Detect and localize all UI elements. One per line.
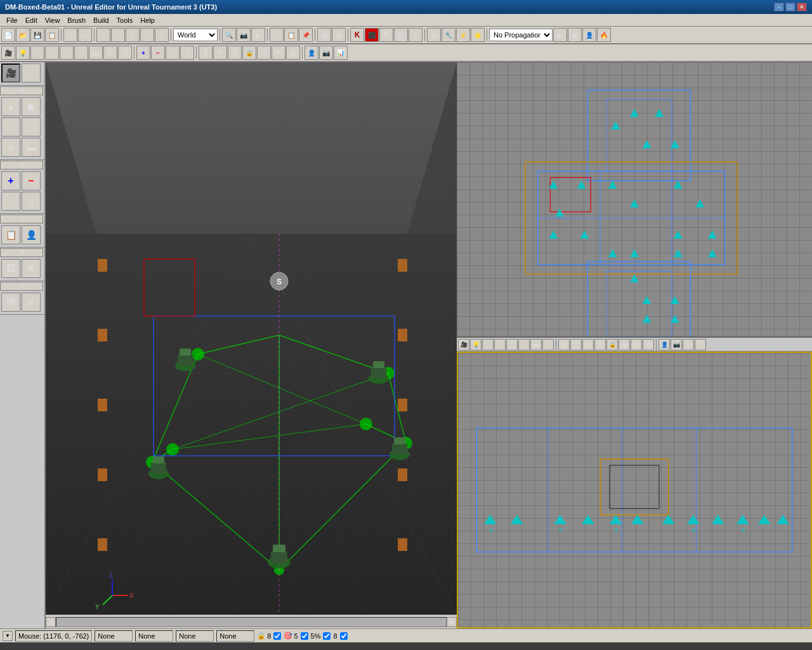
sidebar-arrow-4[interactable]: ▼ — [0, 248, 43, 257]
status-checkbox-4[interactable] — [340, 632, 348, 640]
stat-btn[interactable]: 📊 — [334, 46, 348, 60]
vp-expand-btn[interactable]: ⛶ — [695, 339, 706, 350]
cyl-btn[interactable]: ⬡ — [60, 46, 74, 60]
maximize-button[interactable]: □ — [785, 3, 796, 11]
cone-button[interactable]: ▲ — [1, 97, 20, 116]
vp-S-btn[interactable]: S — [594, 339, 606, 350]
vp-cyl-btn[interactable]: ⬡ — [506, 339, 518, 350]
vp-sphere-btn[interactable]: ○ — [482, 339, 494, 350]
light-btn[interactable]: 💡 — [16, 46, 30, 60]
tool-dload[interactable]: ⬇ — [409, 28, 422, 42]
cylinder-button[interactable]: ⬡ — [1, 117, 20, 136]
stair-btn[interactable]: ≡ — [103, 46, 117, 60]
propagation-dropdown[interactable]: No Propagation — [489, 29, 553, 41]
scroll-right-btn[interactable]: ▶ — [447, 617, 457, 627]
menu-build[interactable]: Build — [89, 15, 112, 25]
status-checkbox-1[interactable] — [273, 632, 281, 640]
sidebar-arrow-3[interactable]: ▼ — [0, 215, 43, 223]
monitor-btn[interactable]: 🖥 — [257, 46, 271, 60]
csg-add[interactable]: + — [136, 46, 150, 60]
vp-F-btn[interactable]: F — [582, 339, 594, 350]
checkbox-1[interactable] — [273, 632, 281, 640]
minimize-button[interactable]: − — [774, 3, 784, 11]
sheet-button[interactable]: ▬ — [22, 138, 41, 157]
actor-button[interactable]: 👤 — [22, 225, 41, 244]
prop-play[interactable]: ▶ — [553, 28, 567, 42]
tool-grid[interactable]: ▦ — [317, 28, 331, 42]
tool-cut[interactable]: ✂ — [270, 28, 284, 42]
vp-stat-btn[interactable]: S — [683, 339, 694, 350]
vp-cube-btn[interactable]: □ — [494, 339, 506, 350]
tool-misc3[interactable]: ⚡ — [456, 28, 470, 42]
front-viewport[interactable]: ⊕ ⊕ ⊕ ⊕ ⊕ — [457, 352, 812, 628]
tool-copy[interactable]: 📋 — [284, 28, 298, 42]
menu-brush[interactable]: Brush — [63, 15, 89, 25]
vp-cone-btn[interactable]: △ — [518, 339, 530, 350]
scroll-left-btn[interactable]: ◀ — [46, 617, 56, 627]
tool-p[interactable]: P — [379, 28, 393, 42]
vp-light-btn[interactable]: 💡 — [470, 339, 481, 350]
menu-edit[interactable]: Edit — [22, 15, 41, 25]
camera-move[interactable]: 🎥 — [1, 46, 15, 60]
menu-help[interactable]: Help — [136, 15, 159, 25]
menu-file[interactable]: File — [3, 15, 22, 25]
tool-cam[interactable]: 📷 — [237, 28, 251, 42]
tool-paste[interactable]: 📌 — [299, 28, 313, 42]
sphere-button[interactable]: ◯ — [22, 117, 41, 136]
vp-person-btn[interactable]: 👤 — [658, 339, 670, 350]
translate-button[interactable]: ✛ — [111, 28, 125, 42]
checkbox-2[interactable] — [301, 632, 308, 640]
3d-viewport-scrollbar[interactable]: ◀ ▶ — [46, 614, 457, 628]
texture-button[interactable]: 🖼 — [1, 259, 20, 278]
tool-grid2[interactable]: ⊞ — [332, 28, 346, 42]
vp-stair-btn[interactable]: ≡ — [542, 339, 554, 350]
material-button[interactable]: ✖ — [22, 259, 41, 278]
vp-eye-btn[interactable]: 👁 — [631, 339, 642, 350]
close-button[interactable]: ✕ — [797, 3, 807, 11]
csg-sub[interactable]: − — [151, 46, 165, 60]
save-all-button[interactable]: 📋 — [45, 28, 59, 42]
status-checkbox-3[interactable] — [323, 632, 331, 640]
tool-misc2[interactable]: 🔧 — [442, 28, 455, 42]
redo-button[interactable]: ↪ — [78, 28, 92, 42]
cone-btn2[interactable]: △ — [74, 46, 88, 60]
map-button[interactable]: 🗺 — [1, 293, 20, 312]
stairs-button[interactable]: ≡ — [1, 138, 20, 157]
move-mode-button[interactable]: ↔ — [22, 63, 41, 83]
perspective-viewport[interactable]: S X Z Y — [46, 62, 457, 614]
eye-btn[interactable]: 👁 — [272, 46, 285, 60]
f-btn[interactable]: F — [213, 46, 227, 60]
tool-misc4[interactable]: ⭐ — [471, 28, 485, 42]
tool-play[interactable]: ▶ — [251, 28, 265, 42]
misc-button[interactable]: ✕ — [22, 293, 41, 312]
tool-search[interactable]: 🔍 — [222, 28, 236, 42]
csg-int-button[interactable]: ∩ — [1, 192, 20, 211]
csg-deintersect[interactable]: ∪ — [180, 46, 194, 60]
checkbox-4[interactable] — [340, 632, 348, 640]
sidebar-arrow-1[interactable]: ▼ — [0, 86, 43, 95]
open-button[interactable]: 📂 — [16, 28, 30, 42]
layer-view-button[interactable]: 📋 — [1, 225, 20, 244]
status-checkbox-2[interactable] — [301, 632, 308, 640]
vp-T-btn[interactable]: T — [570, 339, 582, 350]
s-btn[interactable]: S — [228, 46, 242, 60]
vp-sheet-btn[interactable]: ▬ — [530, 339, 542, 350]
sphere-btn[interactable]: ○ — [30, 46, 44, 60]
checkbox-3[interactable] — [323, 632, 331, 640]
cube-btn2[interactable]: □ — [45, 46, 59, 60]
layer-btn[interactable]: ⊞ — [286, 46, 300, 60]
csg-sub-button[interactable]: − — [22, 171, 41, 190]
menu-view[interactable]: View — [41, 15, 64, 25]
csg-dei-button[interactable]: ∪ — [22, 192, 41, 211]
sidebar-arrow-5[interactable]: ▼ — [0, 282, 43, 291]
tool-fire[interactable]: 🔥 — [597, 28, 611, 42]
status-scroll-btn[interactable]: ▼ — [3, 631, 13, 641]
rotate-button[interactable]: ↻ — [126, 28, 140, 42]
camsize-btn[interactable]: 📷 — [319, 46, 333, 60]
tool-person[interactable]: 👤 — [582, 28, 596, 42]
tool-img[interactable]: 🖼 — [394, 28, 408, 42]
vp-layer-btn[interactable]: ⊞ — [643, 339, 654, 350]
sidebar-arrow-2[interactable]: ▼ — [0, 161, 43, 169]
tool-misc1[interactable]: ⚙ — [427, 28, 441, 42]
scale-button[interactable]: ⤢ — [140, 28, 154, 42]
